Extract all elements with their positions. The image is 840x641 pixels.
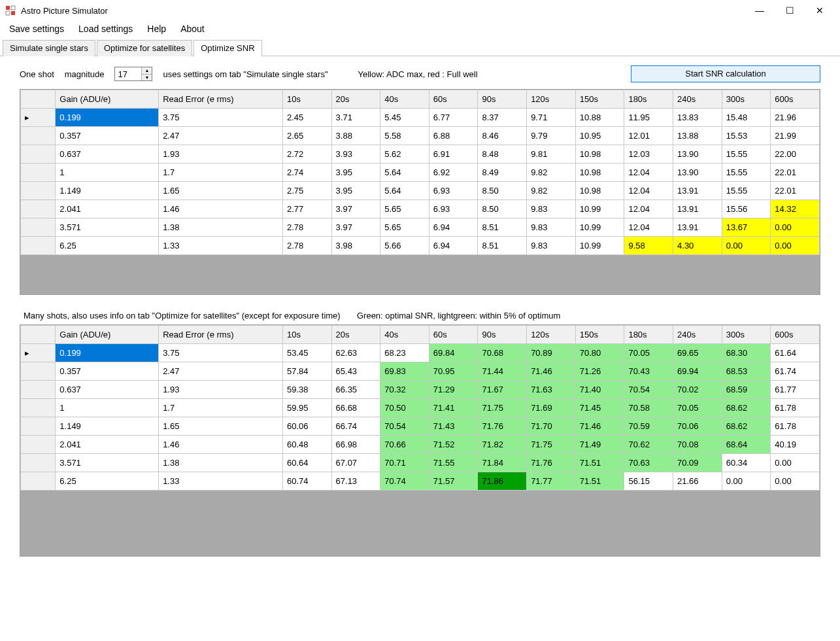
cell-value[interactable]: 5.45 <box>380 109 429 127</box>
cell-value[interactable]: 71.76 <box>478 417 527 436</box>
cell-value[interactable]: 12.04 <box>624 218 673 237</box>
table-row[interactable]: ▸0.1993.7553.4562.6368.2369.8470.6870.89… <box>21 344 820 362</box>
cell-read-error[interactable]: 1.33 <box>159 237 283 255</box>
cell-value[interactable]: 61.64 <box>771 344 820 362</box>
tab-simulate-single-stars[interactable]: Simulate single stars <box>3 40 95 56</box>
cell-value[interactable]: 71.46 <box>575 417 624 436</box>
cell-value[interactable]: 8.37 <box>478 109 527 127</box>
cell-value[interactable]: 71.84 <box>478 454 527 472</box>
cell-value[interactable]: 22.01 <box>771 182 820 200</box>
cell-value[interactable]: 13.91 <box>673 200 722 218</box>
cell-value[interactable]: 0.00 <box>771 237 820 255</box>
tab-optimize-snr[interactable]: Optimize SNR <box>193 40 261 56</box>
cell-value[interactable]: 15.56 <box>722 200 771 218</box>
table-row[interactable]: 6.251.332.783.985.666.948.519.8310.999.5… <box>21 237 820 255</box>
cell-read-error[interactable]: 3.75 <box>159 344 283 362</box>
cell-value[interactable]: 61.74 <box>771 362 820 381</box>
cell-value[interactable]: 69.84 <box>429 344 478 362</box>
cell-value[interactable]: 3.88 <box>331 127 380 145</box>
column-header[interactable]: Gain (ADU/e) <box>56 90 159 109</box>
row-header[interactable] <box>21 218 56 237</box>
cell-value[interactable]: 3.97 <box>331 218 380 237</box>
row-header[interactable] <box>21 472 56 491</box>
cell-gain[interactable]: 0.637 <box>56 381 159 399</box>
cell-value[interactable]: 71.45 <box>575 399 624 417</box>
table-row[interactable]: 3.5711.382.783.975.656.948.519.8310.9912… <box>21 218 820 237</box>
cell-value[interactable]: 10.99 <box>575 218 624 237</box>
cell-value[interactable]: 13.88 <box>673 127 722 145</box>
cell-value[interactable]: 5.66 <box>380 237 429 255</box>
cell-value[interactable]: 61.78 <box>771 399 820 417</box>
cell-gain[interactable]: 2.041 <box>56 436 159 454</box>
cell-value[interactable]: 70.09 <box>673 454 722 472</box>
cell-value[interactable]: 71.63 <box>527 381 576 399</box>
cell-value[interactable]: 13.91 <box>673 218 722 237</box>
cell-value[interactable]: 70.05 <box>624 344 673 362</box>
row-header[interactable] <box>21 436 56 454</box>
row-header[interactable] <box>21 454 56 472</box>
close-button[interactable]: ✕ <box>805 0 835 21</box>
column-header[interactable]: 20s <box>331 326 380 344</box>
cell-value[interactable]: 13.67 <box>722 218 771 237</box>
row-header[interactable] <box>21 362 56 381</box>
cell-value[interactable]: 3.95 <box>331 164 380 182</box>
cell-value[interactable]: 60.48 <box>282 436 331 454</box>
cell-value[interactable]: 4.30 <box>673 237 722 255</box>
cell-value[interactable]: 8.50 <box>478 200 527 218</box>
cell-gain[interactable]: 0.357 <box>56 362 159 381</box>
cell-value[interactable]: 70.63 <box>624 454 673 472</box>
table-row[interactable]: 11.759.9566.6870.5071.4171.7571.6971.457… <box>21 399 820 417</box>
cell-value[interactable]: 66.98 <box>331 436 380 454</box>
cell-value[interactable]: 5.65 <box>380 218 429 237</box>
cell-value[interactable]: 68.53 <box>722 362 771 381</box>
row-header[interactable] <box>21 127 56 145</box>
cell-value[interactable]: 70.68 <box>478 344 527 362</box>
cell-value[interactable]: 68.64 <box>722 436 771 454</box>
cell-value[interactable]: 10.98 <box>575 182 624 200</box>
magnitude-stepper[interactable]: ▲▼ <box>114 67 152 81</box>
cell-value[interactable]: 69.83 <box>380 362 429 381</box>
start-snr-button[interactable]: Start SNR calculation <box>631 65 820 82</box>
cell-value[interactable]: 10.88 <box>575 109 624 127</box>
cell-value[interactable]: 8.51 <box>478 218 527 237</box>
cell-value[interactable]: 8.49 <box>478 164 527 182</box>
cell-value[interactable]: 6.91 <box>429 145 478 164</box>
cell-value[interactable]: 3.95 <box>331 182 380 200</box>
cell-value[interactable]: 5.64 <box>380 182 429 200</box>
cell-value[interactable]: 13.90 <box>673 145 722 164</box>
cell-value[interactable]: 15.55 <box>722 164 771 182</box>
cell-value[interactable]: 68.59 <box>722 381 771 399</box>
cell-value[interactable]: 71.70 <box>527 417 576 436</box>
cell-value[interactable]: 68.62 <box>722 399 771 417</box>
cell-value[interactable]: 0.00 <box>722 472 771 491</box>
cell-value[interactable]: 70.32 <box>380 381 429 399</box>
cell-value[interactable]: 70.43 <box>624 362 673 381</box>
column-header[interactable]: 300s <box>722 326 771 344</box>
cell-value[interactable]: 9.71 <box>527 109 576 127</box>
cell-read-error[interactable]: 1.93 <box>159 145 283 164</box>
cell-value[interactable]: 66.68 <box>331 399 380 417</box>
cell-value[interactable]: 68.23 <box>380 344 429 362</box>
cell-value[interactable]: 8.48 <box>478 145 527 164</box>
cell-value[interactable]: 0.00 <box>771 218 820 237</box>
cell-read-error[interactable]: 1.38 <box>159 218 283 237</box>
cell-value[interactable]: 15.55 <box>722 182 771 200</box>
cell-value[interactable]: 22.01 <box>771 164 820 182</box>
column-header[interactable]: Read Error (e rms) <box>159 90 283 109</box>
menu-load-settings[interactable]: Load settings <box>78 24 133 34</box>
cell-value[interactable]: 12.03 <box>624 145 673 164</box>
cell-read-error[interactable]: 3.75 <box>159 109 283 127</box>
cell-value[interactable]: 0.00 <box>771 472 820 491</box>
menu-help[interactable]: Help <box>147 24 166 34</box>
cell-value[interactable]: 68.30 <box>722 344 771 362</box>
cell-value[interactable]: 70.80 <box>575 344 624 362</box>
cell-value[interactable]: 71.51 <box>575 472 624 491</box>
cell-value[interactable]: 57.84 <box>282 362 331 381</box>
cell-gain[interactable]: 0.357 <box>56 127 159 145</box>
row-header[interactable] <box>21 145 56 164</box>
cell-value[interactable]: 10.95 <box>575 127 624 145</box>
cell-value[interactable]: 3.97 <box>331 200 380 218</box>
table-row[interactable]: 6.251.3360.7467.1370.7471.5771.8671.7771… <box>21 472 820 491</box>
cell-value[interactable]: 9.58 <box>624 237 673 255</box>
row-header[interactable] <box>21 417 56 436</box>
